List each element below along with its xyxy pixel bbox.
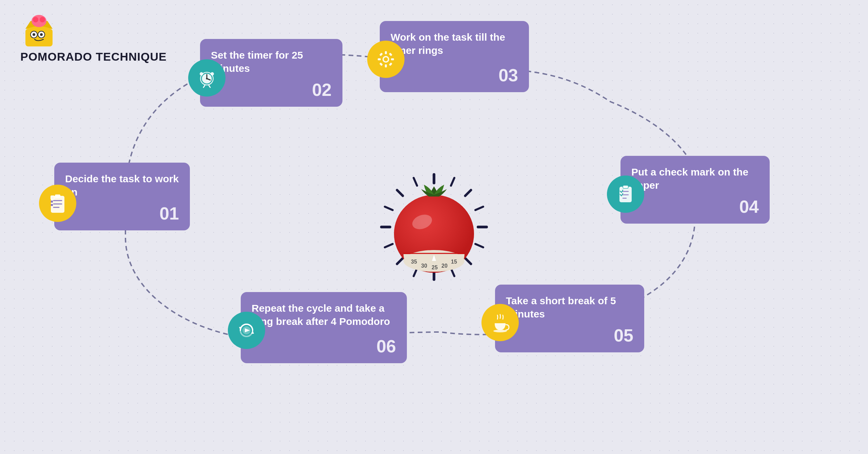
- svg-point-41: [493, 330, 507, 332]
- step4-number: 04: [631, 197, 759, 217]
- logo-area: POMORADO TECHNIQUE: [20, 14, 167, 63]
- svg-text:20: 20: [441, 263, 448, 269]
- step6-number: 06: [252, 336, 396, 356]
- svg-rect-28: [385, 51, 387, 54]
- step3-number: 03: [391, 65, 518, 85]
- svg-point-2: [33, 17, 38, 22]
- svg-line-59: [451, 178, 454, 186]
- svg-point-27: [384, 57, 388, 61]
- step6-card: Repeat the cycle and take a long break a…: [241, 292, 407, 363]
- tomato-timer: 35 30 25 20 15: [370, 163, 498, 291]
- step3-text: Work on the task till the timer rings: [391, 30, 518, 62]
- svg-rect-35: [389, 62, 393, 66]
- svg-line-58: [414, 178, 417, 186]
- svg-rect-31: [391, 58, 394, 60]
- logo-icon: [20, 14, 58, 47]
- svg-rect-37: [623, 185, 628, 188]
- svg-rect-16: [51, 204, 53, 206]
- svg-point-21: [206, 78, 208, 80]
- step1-number: 01: [65, 203, 179, 224]
- svg-line-24: [203, 85, 205, 87]
- svg-rect-32: [379, 53, 383, 56]
- svg-point-23: [211, 72, 214, 76]
- step2-number: 02: [211, 80, 332, 100]
- step6-icon: [228, 312, 265, 349]
- svg-rect-15: [51, 201, 53, 203]
- svg-line-54: [385, 207, 393, 210]
- svg-marker-42: [239, 327, 242, 330]
- svg-rect-34: [379, 62, 383, 66]
- step3-icon: [367, 41, 405, 78]
- svg-text:25: 25: [432, 265, 438, 270]
- svg-point-22: [200, 72, 203, 76]
- svg-rect-33: [389, 53, 393, 56]
- svg-text:15: 15: [451, 259, 457, 265]
- step4-icon: [607, 176, 644, 213]
- step2-text: Set the timer for 25 minutes: [211, 48, 332, 76]
- svg-line-55: [475, 207, 483, 210]
- svg-line-57: [385, 244, 393, 247]
- svg-marker-43: [251, 330, 254, 334]
- svg-rect-29: [385, 64, 387, 67]
- svg-point-7: [33, 33, 35, 36]
- svg-rect-0: [25, 29, 53, 46]
- svg-point-3: [40, 17, 45, 22]
- svg-line-56: [475, 244, 483, 247]
- svg-rect-10: [55, 194, 60, 198]
- svg-line-25: [209, 85, 210, 87]
- step1-icon: [39, 185, 76, 222]
- svg-line-51: [465, 190, 471, 196]
- step6-text: Repeat the cycle and take a long break a…: [252, 302, 396, 333]
- svg-point-8: [40, 33, 43, 36]
- step4-text: Put a check mark on the paper: [631, 165, 759, 193]
- step2-icon: [188, 59, 225, 97]
- step5-text: Take a short break of 5 minutes: [506, 294, 633, 322]
- step5-icon: [481, 304, 519, 341]
- step1-text: Decide the task to work on: [65, 172, 179, 200]
- step5-number: 05: [506, 325, 633, 346]
- svg-line-53: [397, 258, 403, 264]
- svg-text:35: 35: [411, 259, 417, 265]
- svg-line-50: [397, 190, 403, 196]
- logo-title: POMORADO TECHNIQUE: [20, 50, 167, 63]
- svg-line-52: [465, 258, 471, 264]
- svg-text:30: 30: [421, 263, 427, 269]
- svg-rect-30: [378, 58, 381, 60]
